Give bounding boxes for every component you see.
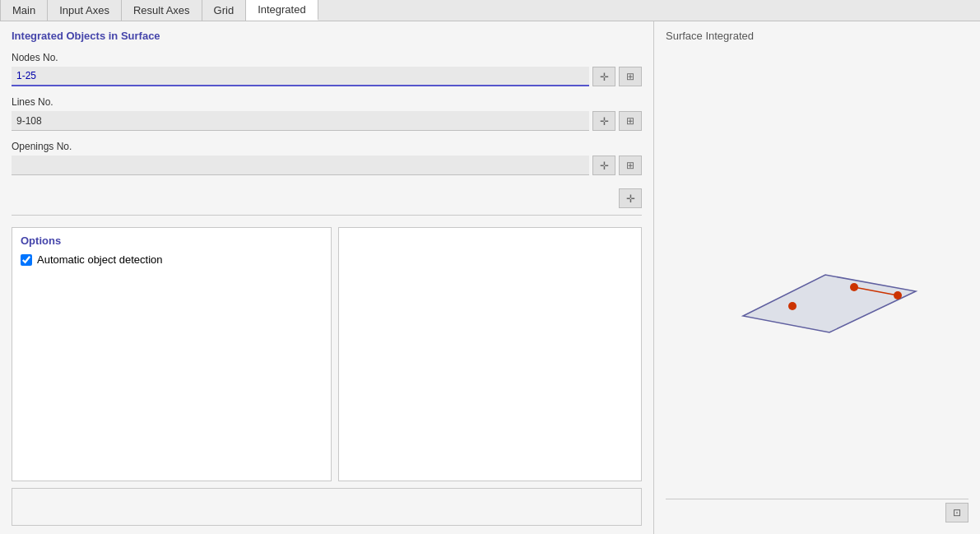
- right-title: Surface Integrated: [666, 30, 968, 42]
- main-content: Integrated Objects in Surface Nodes No. …: [0, 21, 980, 534]
- photo-icon: ⊡: [953, 507, 961, 518]
- surface-svg: [694, 193, 941, 357]
- nodes-input[interactable]: [12, 67, 589, 86]
- openings-binoculars-btn[interactable]: ⊞: [619, 156, 642, 175]
- svg-point-1: [788, 302, 797, 310]
- openings-field-group: Openings No. ✛ ⊞: [12, 141, 642, 175]
- extra-cursor-row: ✛: [12, 188, 642, 208]
- nodes-binoculars-btn[interactable]: ⊞: [619, 67, 642, 86]
- openings-cursor-btn[interactable]: ✛: [592, 156, 615, 175]
- auto-detect-checkbox[interactable]: [21, 254, 32, 266]
- surface-diagram: [666, 50, 968, 499]
- openings-label: Openings No.: [12, 141, 642, 152]
- svg-marker-0: [743, 275, 916, 332]
- tab-result-axes[interactable]: Result Axes: [122, 0, 202, 21]
- auto-detect-row: Automatic object detection: [21, 253, 323, 266]
- nodes-cursor-btn[interactable]: ✛: [592, 67, 615, 86]
- lines-binoculars-btn[interactable]: ⊞: [619, 111, 642, 131]
- lines-label: Lines No.: [12, 96, 642, 108]
- openings-input[interactable]: [12, 156, 589, 175]
- lines-input[interactable]: [12, 111, 589, 131]
- lines-cursor-btn[interactable]: ✛: [592, 111, 615, 131]
- cursor-icon-3: ✛: [600, 160, 609, 172]
- cursor-icon-4: ✛: [626, 193, 635, 205]
- photo-btn[interactable]: ⊡: [945, 503, 968, 522]
- tab-main[interactable]: Main: [0, 0, 48, 21]
- cursor-icon: ✛: [600, 71, 609, 83]
- nodes-label: Nodes No.: [12, 52, 642, 63]
- lines-row: ✛ ⊞: [12, 111, 642, 131]
- extra-cursor-btn[interactable]: ✛: [619, 188, 642, 208]
- binoculars-icon-2: ⊞: [626, 115, 634, 127]
- tab-grid[interactable]: Grid: [202, 0, 247, 21]
- tab-input-axes[interactable]: Input Axes: [48, 0, 122, 21]
- right-panel: Surface Integrated ⊡: [654, 21, 980, 534]
- right-bottom-bar: ⊡: [666, 499, 968, 526]
- auto-detect-label: Automatic object detection: [37, 253, 162, 266]
- section-title: Integrated Objects in Surface: [12, 30, 642, 42]
- cursor-icon-2: ✛: [600, 115, 609, 128]
- options-box: Options Automatic object detection: [12, 227, 332, 481]
- left-panel: Integrated Objects in Surface Nodes No. …: [0, 21, 654, 534]
- tab-integrated[interactable]: Integrated: [246, 0, 318, 21]
- bottom-bar: [12, 488, 642, 526]
- openings-row: ✛ ⊞: [12, 156, 642, 175]
- binoculars-icon-3: ⊞: [626, 160, 634, 171]
- bottom-sections: Options Automatic object detection: [12, 227, 642, 481]
- nodes-field-group: Nodes No. ✛ ⊞: [12, 52, 642, 86]
- divider: [12, 215, 642, 216]
- nodes-row: ✛ ⊞: [12, 67, 642, 86]
- binoculars-icon: ⊞: [626, 71, 634, 82]
- tabs-bar: Main Input Axes Result Axes Grid Integra…: [0, 0, 980, 21]
- options-title: Options: [21, 234, 323, 247]
- empty-box: [338, 227, 642, 481]
- lines-field-group: Lines No. ✛ ⊞: [12, 96, 642, 131]
